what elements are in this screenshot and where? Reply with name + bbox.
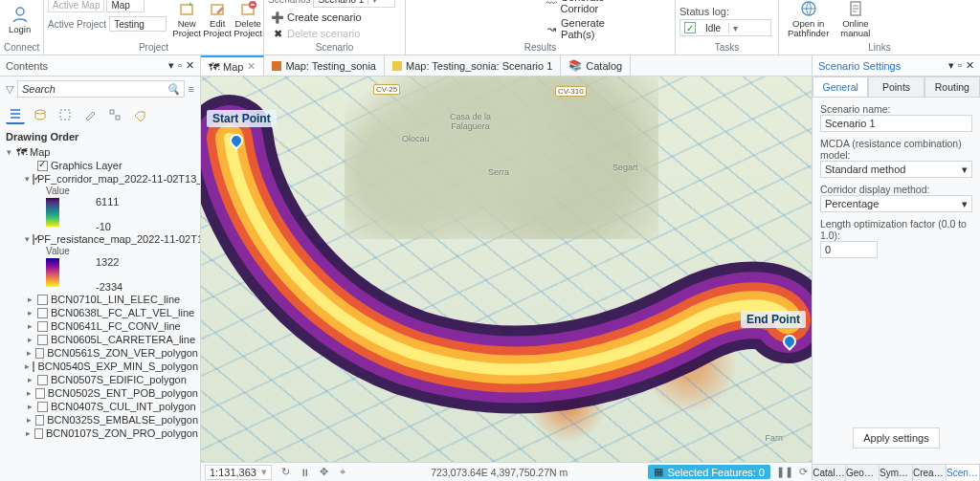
display-method-dropdown[interactable]: Percentage▾ — [820, 195, 972, 212]
pan-icon[interactable]: ✥ — [316, 465, 331, 480]
place-segart: Segart — [612, 163, 638, 172]
status-tools: ↻ ⏸ ✥ ⌖ — [278, 465, 350, 480]
ribbon-group-scenario: Scenarios Scenario 1▾ ➕Create scenario ✖… — [264, 0, 406, 55]
tree-layer-item[interactable]: ▸BCN0605L_CARRETERA_line — [25, 333, 198, 346]
list-by-snapping-icon[interactable] — [105, 105, 124, 124]
tree-layer-item[interactable]: ▸BCN0638L_FC_ALT_VEL_line — [25, 306, 198, 319]
tab-points[interactable]: Points — [868, 77, 924, 97]
pause-control-icon[interactable]: ❚❚ — [776, 466, 793, 478]
search-row: ▽ Search 🔍 ≡ — [0, 77, 200, 101]
tree-layer-item[interactable]: ▸BCN0502S_ENT_POB_polygon — [25, 386, 198, 400]
list-by-drawing-icon[interactable] — [6, 105, 25, 124]
login-button[interactable]: Login — [4, 2, 35, 37]
tree-layer-item[interactable]: ▸BCN0107S_ZON_PRO_polygon — [25, 426, 198, 440]
tab-routing[interactable]: Routing — [924, 77, 980, 97]
filter-icon[interactable]: ▽ — [6, 83, 13, 96]
tree-layer-item[interactable]: ▸BCN0561S_ZON_VER_polygon — [25, 346, 198, 360]
active-map-tab[interactable]: Active Map — [48, 0, 104, 12]
group-title-connect: Connect — [4, 41, 39, 55]
coordinates-readout: 723,073.64E 4,397,750.27N m — [356, 467, 642, 478]
scenarios-dropdown[interactable]: Scenario 1▾ — [313, 0, 395, 8]
close-icon[interactable]: ✕ — [247, 60, 256, 73]
pause-icon[interactable]: ⏸ — [297, 465, 312, 480]
length-factor-input[interactable]: 0 — [820, 241, 878, 258]
tree-graphics-layer[interactable]: Graphics Layer — [25, 159, 198, 172]
road-cv25: CV-25 — [373, 84, 400, 95]
list-by-source-icon[interactable] — [31, 105, 50, 124]
tab-map-scenario[interactable]: Map: Testing_sonia: Scenario 1 — [385, 55, 561, 76]
list-by-selection-icon[interactable] — [56, 105, 75, 124]
bottom-tab-symbology[interactable]: Symb… — [880, 465, 913, 481]
chevron-down-icon[interactable]: ▾ — [168, 59, 174, 72]
group-title-results: Results — [410, 41, 671, 55]
rotate-icon[interactable]: ↻ — [278, 465, 293, 480]
place-casa: Casa de la Falaguera — [450, 112, 491, 131]
open-pathfinder-button[interactable]: Open in Pathfinder — [783, 0, 834, 41]
scale-input[interactable]: 1:131,363▾ — [205, 465, 272, 480]
edit-project-button[interactable]: Edit Project — [203, 0, 232, 41]
generate-paths-button[interactable]: ↝Generate Path(s) — [544, 16, 635, 41]
online-manual-button[interactable]: Online manual — [835, 0, 875, 41]
create-scenario-button[interactable]: ➕Create scenario — [268, 10, 365, 25]
delete-scenario-button[interactable]: ✖Delete scenario — [268, 26, 363, 41]
tree-layer-item[interactable]: ▸BCN0540S_EXP_MIN_S_polygon — [25, 360, 198, 373]
search-input[interactable]: Search 🔍 — [17, 80, 185, 98]
tree-layer-item[interactable]: ▸BCN0407S_CUL_INT_polygon — [25, 400, 198, 413]
tree-layer-item[interactable]: ▸BCN0507S_EDIFIC_polygon — [25, 373, 198, 386]
scenario-name-input[interactable]: Scenario 1 — [820, 115, 972, 132]
scenario-settings-panel: Scenario Settings ▾ ▫ ✕ General Points R… — [813, 55, 980, 481]
tree-layer-item[interactable]: ▸BCN0641L_FC_CONV_line — [25, 319, 198, 333]
tab-map[interactable]: 🗺Map✕ — [201, 55, 264, 76]
corridor-gradient — [46, 198, 59, 227]
refresh-icon[interactable]: ⟳ — [799, 466, 808, 478]
map-icon: 🗺 — [16, 146, 27, 158]
ribbon: Login Connect Active Map Map Active Proj… — [0, 0, 980, 55]
tree-map-node[interactable]: ▾🗺Map — [4, 145, 198, 159]
generate-corridor-button[interactable]: 〰Generate Corridor — [544, 0, 635, 15]
mcda-dropdown[interactable]: Standard method▾ — [820, 161, 972, 178]
contents-header: Contents ▾ ▫ ✕ — [0, 55, 200, 77]
tree-layer-item[interactable]: ▸BCN0710L_LIN_ELEC_line — [25, 293, 198, 306]
map-view[interactable]: Start Point End Point Olocau Casa de la … — [201, 77, 812, 462]
dock-icon[interactable]: ▫ — [958, 59, 962, 72]
map-icon: 🗺 — [209, 61, 219, 73]
apply-settings-button[interactable]: Apply settings — [853, 427, 939, 448]
list-by-labeling-icon[interactable] — [130, 105, 149, 124]
bottom-tab-geoprocessing[interactable]: Geop… — [846, 465, 880, 481]
scenario-name-label: Scenario name: — [820, 103, 891, 115]
list-by-editing-icon[interactable] — [80, 105, 100, 124]
bottom-tab-catalog[interactable]: Catal… — [813, 465, 846, 481]
ribbon-group-project: Active Map Map Active Project Testing Ne… — [44, 0, 264, 55]
tab-map-testing[interactable]: Map: Testing_sonia — [264, 55, 385, 76]
tree-resistance-layer[interactable]: ▾PF_resistance_map_2022-11-02T13_11_57.t… — [25, 232, 198, 246]
delete-icon: ✖ — [271, 27, 284, 40]
dock-icon[interactable]: ▫ — [178, 59, 182, 72]
close-icon[interactable]: ✕ — [186, 59, 194, 72]
tree-corridor-layer[interactable]: ▾PF_corridor_map_2022-11-02T13_14_14.tif — [25, 172, 198, 186]
selected-features-badge[interactable]: ▦Selected Features: 0 — [648, 465, 770, 479]
tab-catalog[interactable]: 📚Catalog — [561, 55, 631, 76]
chevron-down-icon[interactable]: ▾ — [948, 59, 954, 72]
active-project-label: Active Project — [48, 19, 106, 30]
bottom-tab-scenario[interactable]: Scena… — [947, 465, 980, 481]
chevron-down-icon: ▾ — [962, 164, 968, 176]
target-icon[interactable]: ⌖ — [335, 465, 350, 480]
contents-panel: Contents ▾ ▫ ✕ ▽ Search 🔍 ≡ Drawing Orde… — [0, 55, 201, 481]
place-serra: Serra — [488, 167, 509, 177]
layer-tree[interactable]: ▾🗺Map Graphics Layer ▾PF_corridor_map_20… — [0, 145, 200, 481]
menu-icon[interactable]: ≡ — [189, 83, 194, 95]
resistance-gradient — [46, 258, 59, 287]
map-tab-button[interactable]: Map — [106, 0, 145, 12]
new-project-button[interactable]: New Project — [172, 0, 201, 41]
tab-general[interactable]: General — [813, 77, 868, 97]
drawing-order-title: Drawing Order — [0, 128, 200, 145]
delete-project-button[interactable]: Delete Project — [234, 0, 262, 41]
status-log-dropdown[interactable]: ✓Idle ▾ — [679, 19, 771, 36]
tree-layer-item[interactable]: ▸BCN0325S_EMBALSE_polygon — [25, 413, 198, 426]
active-project-value[interactable]: Testing — [109, 16, 167, 32]
chevron-down-icon: ▾ — [368, 0, 381, 5]
swatch-icon — [272, 61, 281, 71]
close-icon[interactable]: ✕ — [966, 59, 974, 72]
status-log-label: Status log: — [679, 6, 729, 17]
bottom-tab-create[interactable]: Creat… — [913, 465, 947, 481]
